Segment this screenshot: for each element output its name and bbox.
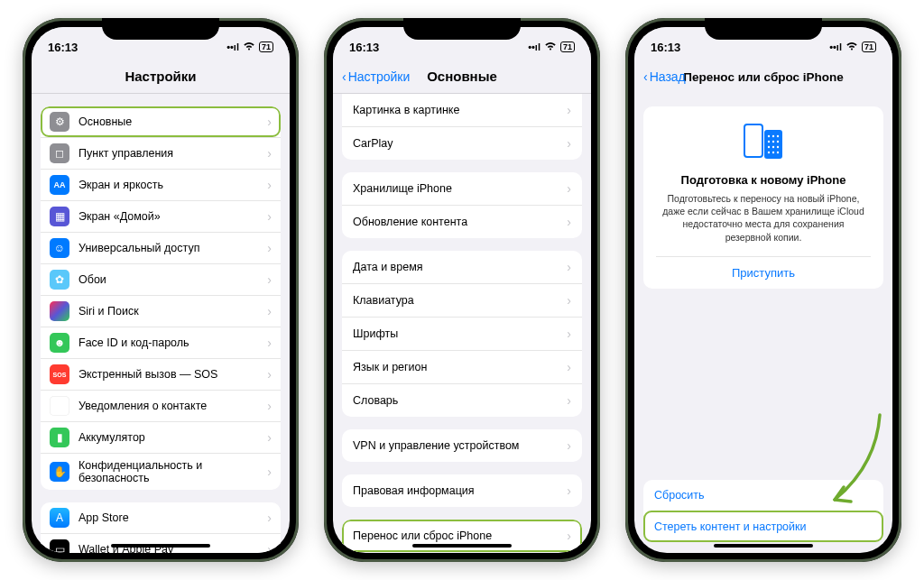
row-label: Обновление контента xyxy=(353,216,567,228)
notch xyxy=(102,18,219,40)
settings-row[interactable]: AApp Store› xyxy=(41,502,281,533)
general-content[interactable]: Картинка в картинке›CarPlay› Хранилище i… xyxy=(333,94,591,553)
chevron-left-icon: ‹ xyxy=(643,69,648,84)
home-indicator[interactable] xyxy=(714,544,813,548)
row-icon: ✿ xyxy=(50,270,69,290)
back-label: Настройки xyxy=(348,69,411,84)
prepare-action[interactable]: Приступить xyxy=(656,256,871,289)
row-label: CarPlay xyxy=(353,137,567,150)
settings-row[interactable]: ☻Face ID и код-пароль› xyxy=(41,327,281,358)
chevron-right-icon: › xyxy=(567,181,571,196)
settings-row[interactable]: ▦Экран «Домой»› xyxy=(41,200,281,232)
row-label: Картинка в картинке xyxy=(353,104,567,116)
status-right: ••ıl 71 xyxy=(829,41,876,52)
row-label: VPN и управление устройством xyxy=(353,439,567,452)
status-time: 16:13 xyxy=(651,41,680,54)
row-icon: ☻ xyxy=(50,333,69,353)
svg-rect-1 xyxy=(764,130,782,159)
signal-icon: ••ıl xyxy=(226,41,239,52)
devices-icon xyxy=(656,123,871,162)
settings-row[interactable]: Шрифты› xyxy=(342,317,582,350)
settings-row[interactable]: Обновление контента› xyxy=(342,205,582,238)
settings-row[interactable]: VPN и управление устройством› xyxy=(342,429,582,462)
status-right: ••ıl 71 xyxy=(226,41,273,52)
transfer-content[interactable]: Подготовка к новому iPhone Подготовьтесь… xyxy=(634,94,892,553)
chevron-right-icon: › xyxy=(267,146,272,161)
phone-transfer-reset: 16:13 ••ıl 71 ‹ Назад Перенос или сброс … xyxy=(625,18,901,562)
back-button[interactable]: ‹ Назад xyxy=(643,69,686,84)
chevron-right-icon: › xyxy=(567,529,571,543)
row-icon: AA xyxy=(50,175,69,195)
chevron-left-icon: ‹ xyxy=(342,69,346,84)
row-icon: ⚙ xyxy=(50,112,69,132)
chevron-right-icon: › xyxy=(267,272,272,287)
group-legal: Правовая информация› xyxy=(342,474,582,507)
back-button[interactable]: ‹ Настройки xyxy=(342,69,410,84)
erase-row[interactable]: Стереть контент и настройки xyxy=(643,511,883,542)
row-label: Хранилище iPhone xyxy=(353,182,567,195)
screen-general: 16:13 ••ıl 71 ‹ Настройки Основные Карти… xyxy=(333,27,591,553)
settings-content[interactable]: ⚙Основные›◻Пункт управления›AAЭкран и яр… xyxy=(32,94,290,553)
row-label: Перенос или сброс iPhone xyxy=(353,529,567,542)
row-label: Универсальный доступ xyxy=(79,242,267,254)
row-label: Обои xyxy=(79,273,267,286)
chevron-right-icon: › xyxy=(267,336,272,350)
prepare-card: Подготовка к новому iPhone Подготовьтесь… xyxy=(643,106,883,289)
chevron-right-icon: › xyxy=(567,215,571,229)
settings-row[interactable]: Клавиатура› xyxy=(342,283,582,317)
chevron-right-icon: › xyxy=(567,360,571,374)
chevron-right-icon: › xyxy=(267,465,272,479)
chevron-right-icon: › xyxy=(567,293,571,308)
row-icon: ☺ xyxy=(50,238,69,258)
erase-label: Стереть контент и настройки xyxy=(654,520,807,533)
settings-row[interactable]: Хранилище iPhone› xyxy=(342,172,582,205)
settings-row[interactable]: ✋Конфиденциальность и безопасность› xyxy=(41,453,281,490)
svg-point-4 xyxy=(777,135,779,137)
chevron-right-icon: › xyxy=(267,430,272,445)
status-time: 16:13 xyxy=(349,41,379,54)
row-icon: ▮ xyxy=(50,428,69,447)
settings-row[interactable]: CarPlay› xyxy=(342,126,582,160)
settings-row[interactable]: ▮Аккумулятор› xyxy=(41,421,281,453)
settings-row[interactable]: SOSЭкстренный вызов — SOS› xyxy=(41,358,281,390)
home-indicator[interactable] xyxy=(412,544,512,548)
group-vpn: VPN и управление устройством› xyxy=(342,429,582,462)
row-label: Аккумулятор xyxy=(79,431,267,444)
svg-point-10 xyxy=(777,146,779,148)
page-title: Настройки xyxy=(125,69,196,84)
svg-point-8 xyxy=(768,146,770,148)
chevron-right-icon: › xyxy=(267,241,272,255)
screen-transfer-reset: 16:13 ••ıl 71 ‹ Назад Перенос или сброс … xyxy=(634,27,892,553)
row-icon xyxy=(50,301,69,321)
settings-row[interactable]: ⚙Основные› xyxy=(41,106,281,137)
settings-row[interactable]: ◻Пункт управления› xyxy=(41,137,281,169)
navbar: ‹ Настройки Основные xyxy=(333,60,591,94)
settings-row[interactable]: Дата и время› xyxy=(342,251,582,283)
row-label: App Store xyxy=(79,511,267,524)
row-label: Язык и регион xyxy=(353,361,567,373)
settings-row[interactable]: Язык и регион› xyxy=(342,350,582,383)
reset-row[interactable]: Сбросить xyxy=(643,480,883,511)
row-icon: ✋ xyxy=(50,462,69,482)
row-label: Уведомления о контакте xyxy=(79,400,267,412)
chevron-right-icon: › xyxy=(267,115,272,129)
settings-row[interactable]: ▭Wallet и Apple Pay› xyxy=(41,533,281,553)
settings-row[interactable]: ☢Уведомления о контакте› xyxy=(41,390,281,421)
settings-row[interactable]: ✿Обои› xyxy=(41,263,281,295)
settings-row[interactable]: Словарь› xyxy=(342,383,582,417)
settings-row[interactable]: Siri и Поиск› xyxy=(41,295,281,327)
navbar: Настройки xyxy=(32,60,290,94)
settings-row[interactable]: AAЭкран и яркость› xyxy=(41,169,281,200)
settings-row[interactable]: ☺Универсальный доступ› xyxy=(41,232,281,263)
chevron-right-icon: › xyxy=(267,367,272,382)
chevron-right-icon: › xyxy=(267,178,272,192)
group-storage: Хранилище iPhone›Обновление контента› xyxy=(342,172,582,238)
navbar: ‹ Назад Перенос или сброс iPhone xyxy=(634,60,892,94)
home-indicator[interactable] xyxy=(111,544,210,548)
settings-row[interactable]: Правовая информация› xyxy=(342,474,582,507)
signal-icon: ••ıl xyxy=(829,41,842,52)
row-label: Клавиатура xyxy=(353,294,567,307)
chevron-right-icon: › xyxy=(267,542,272,553)
settings-row[interactable]: Картинка в картинке› xyxy=(342,94,582,126)
row-label: Основные xyxy=(79,115,267,128)
